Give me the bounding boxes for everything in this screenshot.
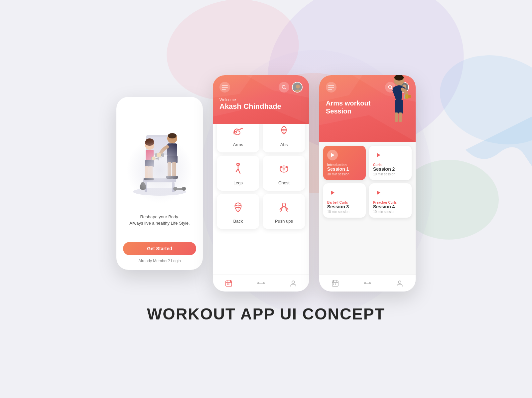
play-icon-3 [331,191,334,195]
phone3-bottom-nav [319,275,416,292]
category-card-pushups[interactable]: Push ups [263,194,305,229]
session2-name: Session 2 [373,167,408,172]
category-card-legs[interactable]: Legs [217,156,259,191]
categories-grid: Arms Abs [217,117,305,229]
back-icon [230,199,246,216]
session-title: Arms workout Session [326,99,370,115]
phone-1-onboarding: Reshape your Body. Always live a healthy… [116,97,203,270]
session-card-2[interactable]: Curls Session 2 10 min session [369,146,412,180]
svg-rect-87 [399,112,402,122]
phone3-calendar-icon [332,280,339,287]
chest-label: Chest [278,180,290,185]
page-title: WORKOUT APP UI CONCEPT [147,305,385,323]
nav-dumbbell-button[interactable] [254,278,268,288]
title-line2: Session [326,107,351,115]
session2-duration: 10 min session [373,172,408,176]
get-started-button[interactable]: Get Started [123,242,196,255]
svg-point-53 [234,131,236,133]
phone3-sessions-content: Introduction Session 1 30 min session Cu… [319,142,416,275]
play-icon-4 [377,191,380,195]
phone-3-session: Arms workout Session [319,75,416,292]
category-card-chest[interactable]: Chest [263,156,305,191]
phone3-nav-calendar-button[interactable] [329,278,342,288]
play-icon-2 [377,153,380,157]
page-wrapper: Reshape your Body. Always live a healthy… [0,0,532,398]
phone3-header: Arms workout Session [319,75,416,142]
login-link[interactable]: Already Member? Login [138,259,181,263]
nav-calendar-button[interactable] [222,278,235,288]
welcome-text: Welcome [219,98,303,102]
tagline-line2: Always live a healthy Life Style. [129,220,190,227]
arms-icon [230,123,246,139]
user-icon [290,280,297,287]
back-label: Back [233,219,243,224]
play-icon [331,153,334,157]
session-card-1[interactable]: Introduction Session 1 30 min session [323,146,366,180]
session1-category: Introduction [327,163,362,167]
abs-icon [276,123,292,139]
arms-workout-title: Arms workout Session [326,99,370,115]
session3-play-button[interactable] [327,187,338,198]
svg-rect-86 [395,112,398,122]
svg-rect-85 [395,100,403,113]
pushups-label: Push ups [275,219,293,224]
svg-rect-98 [335,284,336,285]
session2-play-button[interactable] [373,150,384,160]
svg-rect-97 [333,284,334,285]
illustration-area [116,97,203,203]
phone-1-tagline: Reshape your Body. Always live a healthy… [123,210,196,230]
svg-rect-66 [227,284,228,285]
phone-2-home: Welcome Akash Chindhade Ar [213,75,309,292]
phone3-nav-user-button[interactable] [393,278,406,288]
svg-rect-103 [370,283,371,284]
phone3-user-icon [396,280,403,287]
session4-duration: 10 min session [373,210,408,214]
arms-label: Arms [233,142,243,147]
phone-1-bottom: Get Started Already Member? Login [116,237,203,270]
svg-rect-67 [228,284,229,285]
phone2-bottom-nav [213,275,309,292]
phone3-dumbbell-icon [364,280,371,287]
session3-duration: 10 min session [327,210,362,214]
legs-label: Legs [233,180,243,185]
legs-icon [230,161,246,178]
svg-point-28 [168,133,177,138]
sessions-grid: Introduction Session 1 30 min session Cu… [323,146,412,218]
session2-category: Curls [373,163,408,167]
dumbbell-icon [257,280,265,287]
session1-duration: 30 min session [327,172,362,176]
svg-point-104 [398,281,401,284]
svg-rect-102 [364,283,365,284]
chest-icon [276,161,292,178]
category-card-back[interactable]: Back [217,194,259,229]
svg-rect-72 [264,283,265,284]
session4-name: Session 4 [373,204,408,209]
session-card-4[interactable]: Preacher Curls Session 4 10 min session [369,183,412,218]
title-line1: Arms workout [326,100,370,107]
svg-point-73 [292,281,295,284]
session-card-3[interactable]: Barbell Curls Session 3 10 min session [323,183,366,218]
svg-point-61 [282,203,286,206]
session1-play-button[interactable] [327,150,338,160]
pushups-icon [276,199,292,216]
tagline-line1: Reshape your Body. [129,214,190,220]
nav-user-button[interactable] [287,278,300,288]
svg-rect-71 [257,283,258,284]
phone3-nav-dumbbell-button[interactable] [361,278,374,288]
phone2-workout-grid: Arms Abs [213,117,309,275]
session1-name: Session 1 [327,167,362,172]
calendar-icon [225,280,232,287]
phone2-header: Welcome Akash Chindhade [213,75,309,124]
abs-label: Abs [280,142,288,147]
phones-row: Reshape your Body. Always live a healthy… [116,75,416,292]
session4-play-button[interactable] [373,187,384,198]
session3-name: Session 3 [327,204,362,209]
trainer-illustration [377,75,411,122]
